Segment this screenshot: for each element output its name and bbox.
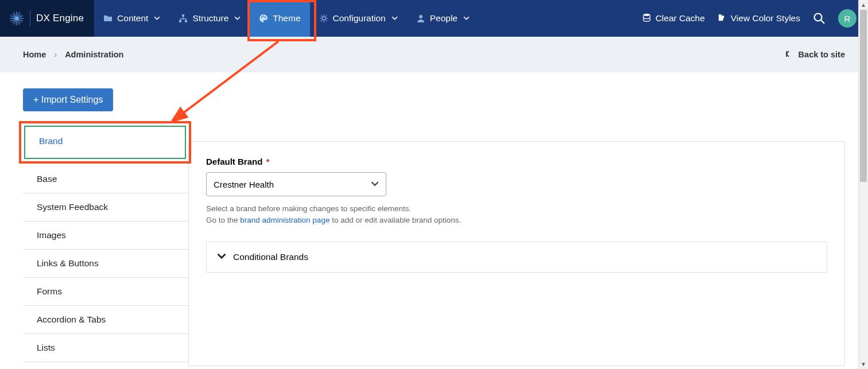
svg-rect-18 xyxy=(179,20,181,22)
svg-rect-17 xyxy=(182,14,184,17)
nav-structure[interactable]: Structure xyxy=(169,0,250,37)
nav-theme[interactable]: Theme xyxy=(250,0,309,37)
tab-links-buttons[interactable]: Links & Buttons xyxy=(23,250,188,278)
chevron-down-icon xyxy=(371,180,379,189)
chevron-down-icon xyxy=(463,13,470,24)
brand-logo-area[interactable]: DX Engine xyxy=(0,0,94,37)
svg-line-8 xyxy=(12,14,17,18)
panel-heading: Conditional Brands xyxy=(233,252,308,262)
user-avatar[interactable]: R xyxy=(838,9,857,28)
breadcrumb-current: Administration xyxy=(65,50,123,59)
help-line1: Select a brand before making changes to … xyxy=(206,204,411,213)
svg-point-21 xyxy=(263,15,264,17)
default-brand-help: Select a brand before making changes to … xyxy=(206,203,827,226)
scroll-down-icon[interactable]: ▼ xyxy=(859,359,868,369)
tab-images[interactable]: Images xyxy=(23,222,188,250)
brand-name: DX Engine xyxy=(36,13,84,24)
database-icon xyxy=(642,13,651,24)
nav-content[interactable]: Content xyxy=(94,0,169,37)
swatch-icon xyxy=(718,13,726,24)
settings-tablist: Brand Base System Feedback Images Links … xyxy=(23,137,188,369)
avatar-initial: R xyxy=(844,14,851,24)
import-settings-button[interactable]: + Import Settings xyxy=(23,88,113,111)
tab-lists[interactable]: Lists xyxy=(23,334,188,362)
chevron-down-icon xyxy=(234,13,241,24)
tab-system-feedback[interactable]: System Feedback xyxy=(23,193,188,222)
logo-divider xyxy=(30,10,30,26)
gear-icon xyxy=(319,14,328,23)
button-label: Clear Cache xyxy=(656,13,705,24)
button-label: + Import Settings xyxy=(33,95,103,105)
nav-label: Configuration xyxy=(333,13,386,24)
svg-point-24 xyxy=(419,15,423,18)
breadcrumb-bar: Home › Administration Back to site xyxy=(0,37,868,72)
select-value: Crestner Health xyxy=(214,180,274,189)
scroll-thumb[interactable] xyxy=(860,10,867,182)
left-column: + Import Settings Brand Base System Feed… xyxy=(23,88,188,369)
breadcrumb-home[interactable]: Home xyxy=(23,50,46,59)
tab-base[interactable]: Base xyxy=(23,165,188,193)
brand-logo-icon xyxy=(9,11,24,26)
button-label: View Color Styles xyxy=(731,13,800,24)
svg-line-7 xyxy=(12,18,17,23)
back-label: Back to site xyxy=(799,50,845,59)
breadcrumb-separator-icon: › xyxy=(54,50,57,59)
nav-label: Content xyxy=(117,13,148,24)
search-icon xyxy=(813,12,826,25)
label-text: Default Brand xyxy=(206,157,262,166)
primary-nav: Content Structure Theme Configuration Pe… xyxy=(94,0,479,37)
svg-line-29 xyxy=(821,20,824,24)
folder-icon xyxy=(103,14,113,23)
page-scrollbar[interactable]: ▲ ▼ xyxy=(858,0,868,369)
scroll-up-icon[interactable]: ▲ xyxy=(859,0,868,10)
default-brand-label: Default Brand * xyxy=(206,157,827,166)
default-brand-select[interactable]: Crestner Health xyxy=(206,172,386,196)
help-prefix: Go to the xyxy=(206,216,240,224)
top-navbar: DX Engine Content Structure Theme Config… xyxy=(0,0,868,37)
topbar-right: Clear Cache View Color Styles R xyxy=(631,0,868,37)
tab-accordion-tabs[interactable]: Accordion & Tabs xyxy=(23,306,188,334)
palette-icon xyxy=(259,14,268,23)
svg-rect-19 xyxy=(185,20,187,22)
required-marker-icon: * xyxy=(264,157,269,166)
nav-label: Structure xyxy=(192,13,228,24)
help-suffix: to add or edit available brand options. xyxy=(330,216,461,224)
svg-point-28 xyxy=(815,14,822,21)
nav-people[interactable]: People xyxy=(407,0,479,37)
svg-line-6 xyxy=(17,18,21,23)
back-to-site-link[interactable]: Back to site xyxy=(786,50,845,60)
svg-point-25 xyxy=(644,13,650,15)
tab-modals[interactable]: Modals xyxy=(23,362,188,369)
search-button[interactable] xyxy=(813,12,826,25)
nav-label: People xyxy=(430,13,458,24)
tab-forms[interactable]: Forms xyxy=(23,278,188,306)
brand-admin-link[interactable]: brand administration page xyxy=(240,216,330,224)
main-region: + Import Settings Brand Base System Feed… xyxy=(0,72,868,369)
chevron-down-icon xyxy=(154,13,160,24)
svg-point-23 xyxy=(322,17,326,20)
chevron-down-icon xyxy=(217,251,226,263)
clear-cache-button[interactable]: Clear Cache xyxy=(642,13,705,24)
nav-label: Theme xyxy=(273,13,300,24)
person-icon xyxy=(416,14,425,23)
svg-point-20 xyxy=(261,17,262,18)
nav-configuration[interactable]: Configuration xyxy=(310,0,407,37)
svg-line-5 xyxy=(17,14,21,18)
conditional-brands-panel[interactable]: Conditional Brands xyxy=(206,242,827,273)
back-icon xyxy=(786,50,794,60)
chevron-down-icon xyxy=(392,13,398,24)
content-panel: Default Brand * Crestner Health Select a… xyxy=(188,141,845,366)
structure-icon xyxy=(179,14,188,23)
svg-point-22 xyxy=(265,17,266,18)
view-color-styles-button[interactable]: View Color Styles xyxy=(718,13,800,24)
